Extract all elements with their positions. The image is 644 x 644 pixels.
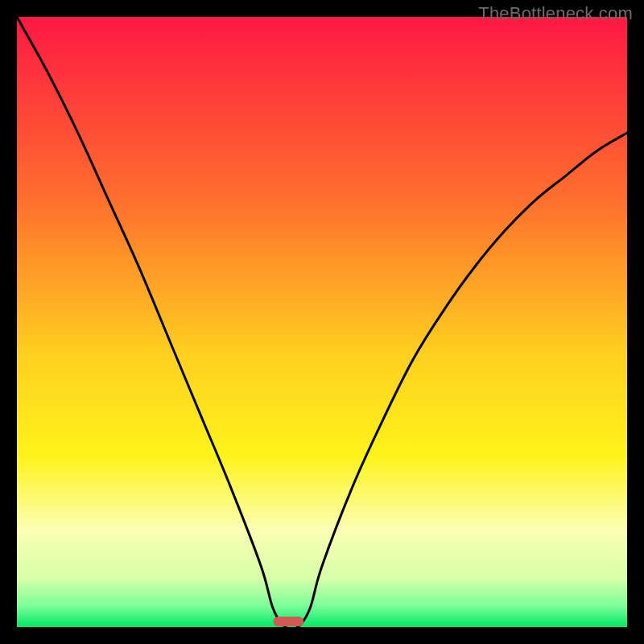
- watermark-text: TheBottleneck.com: [478, 3, 633, 24]
- optimal-range-marker: [273, 617, 303, 626]
- chart-svg: [17, 17, 627, 627]
- chart-plot-area: [17, 17, 627, 627]
- gradient-background: [17, 17, 627, 627]
- chart-frame: TheBottleneck.com: [0, 0, 644, 644]
